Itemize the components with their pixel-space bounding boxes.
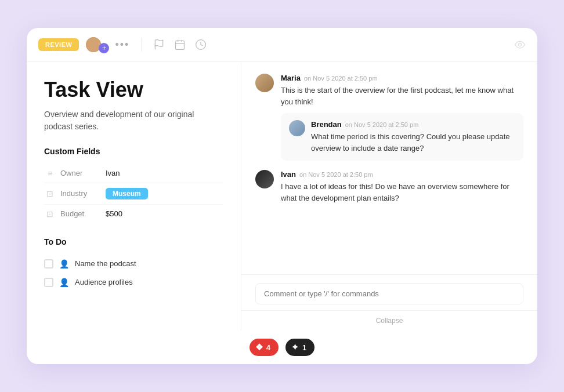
svg-point-6 [519,43,522,46]
dock-dark-icon: ✦ [291,342,299,353]
comment-body-maria: Maria on Nov 5 2020 at 2:50 pm This is t… [281,74,523,107]
field-budget-value: $500 [106,209,122,218]
avatar-ivan [255,170,274,188]
main-card: REVIEW + ••• Task View [27,28,537,364]
more-options-button[interactable]: ••• [115,39,129,51]
comment-input-area [241,274,537,310]
comment-text-ivan: I have a lot of ideas for this! Do we ha… [281,181,523,204]
reply-inner-brendan: Brendan on Nov 5 2020 at 2:50 pm What ti… [289,120,515,154]
dock-dark-item[interactable]: ✦ 1 [285,339,314,356]
dock-dark-count: 1 [302,343,306,352]
todo-label-1: Name the podcast [75,259,136,268]
todo-checkbox-1[interactable] [44,259,53,268]
custom-fields-heading: Custom Fields [44,147,223,156]
comment-text-maria: This is the start of the overview for th… [281,85,523,107]
comment-time-maria: on Nov 5 2020 at 2:50 pm [304,75,378,82]
todo-section: To Do 👤 Name the podcast 👤 Audience prof… [44,237,223,292]
toolbar-icons [153,39,207,50]
todo-item-2: 👤 Audience profiles [44,273,223,292]
reply-brendan: Brendan on Nov 5 2020 at 2:50 pm What ti… [281,113,523,161]
clock-icon-button[interactable] [195,39,207,50]
comment-body-ivan: Ivan on Nov 5 2020 at 2:50 pm I have a l… [281,170,523,204]
field-industry-label: Industry [60,189,101,198]
todo-label-2: Audience profiles [75,278,133,286]
reply-text-brendan: What time period is this covering? Could… [311,131,515,154]
comment-thread-1: Maria on Nov 5 2020 at 2:50 pm This is t… [255,74,523,161]
right-panel: Maria on Nov 5 2020 at 2:50 pm This is t… [241,62,537,331]
task-title: Task View [44,78,223,101]
tag-icon: ⊡ [44,189,56,198]
status-badge: REVIEW [38,38,79,51]
comments-area: Maria on Nov 5 2020 at 2:50 pm This is t… [241,62,537,274]
reply-time-brendan: on Nov 5 2020 at 2:50 pm [345,121,419,128]
industry-tag[interactable]: Museum [106,188,148,199]
bottom-dock: ❖ 4 ✦ 1 [27,331,537,364]
reply-author-brendan: Brendan [311,120,342,129]
eye-icon-button[interactable] [514,39,526,50]
avatar-maria [255,74,274,92]
comment-header-maria: Maria on Nov 5 2020 at 2:50 pm [281,74,523,82]
field-budget-label: Budget [60,209,101,218]
top-bar: REVIEW + ••• [27,28,537,62]
left-panel: Task View Overview and development of ou… [27,62,241,331]
comment-author-maria: Maria [281,74,301,82]
dock-red-item[interactable]: ❖ 4 [250,339,279,356]
list-icon: ≡ [44,169,56,178]
custom-fields-section: Custom Fields ≡ Owner Ivan ⊡ Industry Mu… [44,147,223,223]
field-budget: ⊡ Budget $500 [44,205,223,223]
collapse-button[interactable]: Collapse [241,310,537,331]
reply-content-brendan: Brendan on Nov 5 2020 at 2:50 pm What ti… [311,120,515,154]
svg-rect-1 [176,41,185,49]
main-content: Task View Overview and development of ou… [27,62,537,331]
calendar-icon-button[interactable] [174,39,186,50]
person-icon-1: 👤 [59,259,69,268]
field-owner-label: Owner [60,169,101,177]
field-owner: ≡ Owner Ivan [44,164,223,183]
task-description: Overview and development of our original… [44,108,223,133]
field-industry: ⊡ Industry Museum [44,183,223,205]
comment-author-ivan: Ivan [281,170,296,179]
comment-time-ivan: on Nov 5 2020 at 2:50 pm [299,171,373,178]
todo-heading: To Do [44,237,223,246]
comment-maria: Maria on Nov 5 2020 at 2:50 pm This is t… [255,74,523,107]
dock-red-icon: ❖ [255,342,263,353]
budget-icon: ⊡ [44,209,56,219]
comment-thread-2: Ivan on Nov 5 2020 at 2:50 pm I have a l… [255,170,523,204]
divider [141,38,142,52]
field-owner-value: Ivan [106,169,120,177]
todo-checkbox-2[interactable] [44,278,53,287]
avatar-brendan [289,120,305,136]
person-icon-2: 👤 [59,278,69,287]
avatar-group: + [85,36,109,53]
comment-input[interactable] [255,283,523,304]
add-user-button[interactable]: + [99,43,109,53]
flag-icon-button[interactable] [153,39,165,50]
comment-header-ivan: Ivan on Nov 5 2020 at 2:50 pm [281,170,523,179]
todo-item-1: 👤 Name the podcast [44,255,223,273]
reply-header-brendan: Brendan on Nov 5 2020 at 2:50 pm [311,120,515,129]
dock-red-count: 4 [266,343,270,352]
comment-ivan: Ivan on Nov 5 2020 at 2:50 pm I have a l… [255,170,523,204]
